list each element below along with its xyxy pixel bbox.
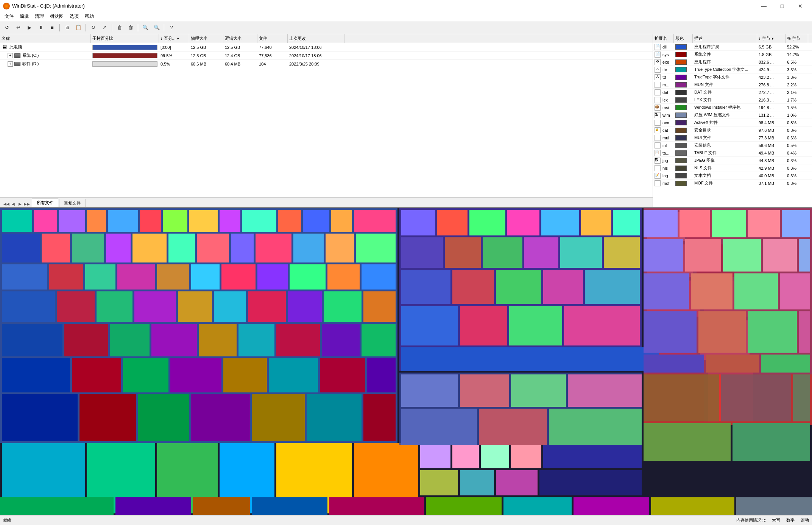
toolbar-delete1[interactable]: 🗑 xyxy=(114,23,125,33)
col-header-lastmod[interactable]: 上次更改 xyxy=(288,34,344,43)
svg-rect-125 xyxy=(644,273,689,309)
color-swatch xyxy=(675,105,687,110)
nav-first[interactable]: ◀◀ xyxy=(3,200,10,207)
tab-duplicate-files[interactable]: 重复文件 xyxy=(59,199,86,207)
top-panel: 名称 子树百分比 ↓ 百分... ▼ 物理大小 逻辑大小 文件 xyxy=(0,34,812,208)
list-item[interactable]: 🖼 .jpg JPEG 图像 44.8 MB 0.3% xyxy=(653,157,812,164)
list-item[interactable]: 🗜 .wim 好压 WIM 压缩文件 131.2 ... 1.0% xyxy=(653,111,812,119)
svg-rect-96 xyxy=(581,210,611,236)
expand-btn[interactable]: + xyxy=(8,53,13,58)
toolbar-pause[interactable]: ⏸ xyxy=(36,23,46,33)
svg-rect-146 xyxy=(793,374,810,421)
list-item[interactable]: .mui MUI 文件 77.3 MB 0.6% xyxy=(653,134,812,142)
list-item[interactable]: 📝 .log 文本文档 40.0 MB 0.3% xyxy=(653,172,812,180)
nav-last[interactable]: ▶▶ xyxy=(23,200,30,207)
list-item[interactable]: .m... MUN 文件 276.8 ... 2.2% xyxy=(653,81,812,89)
color-swatch xyxy=(675,75,687,80)
list-item[interactable]: .lex LEX 文件 216.3 ... 1.7% xyxy=(653,96,812,104)
svg-rect-131 xyxy=(748,311,797,353)
menu-options[interactable]: 选项 xyxy=(67,12,82,20)
menu-treemap[interactable]: 树状图 xyxy=(47,12,67,20)
list-item[interactable]: A .ttf TrueType 字体文件 423.2 ... 3.3% xyxy=(653,73,812,81)
col-header-subtree[interactable]: 子树百分比 xyxy=(91,34,159,43)
svg-rect-21 xyxy=(168,234,195,262)
list-item[interactable]: 🔒 .cat 安全目录 97.6 MB 0.8% xyxy=(653,127,812,134)
list-item[interactable]: ⚙ .exe 应用程序 832.6 ... 6.5% xyxy=(653,58,812,66)
toolbar-reload[interactable]: ↻ xyxy=(88,23,98,33)
toolbar-zoom-in[interactable]: 🔍 xyxy=(140,23,151,33)
toolbar-play[interactable]: ▶ xyxy=(24,23,35,33)
toolbar-stop[interactable]: ■ xyxy=(47,23,58,33)
svg-rect-166 xyxy=(496,470,538,495)
toolbar-copy[interactable]: 📋 xyxy=(73,23,84,33)
list-item[interactable]: .nls NLS 文件 42.9 MB 0.3% xyxy=(653,164,812,172)
close-button[interactable]: ✕ xyxy=(792,0,809,12)
toolbar-sep1 xyxy=(59,24,60,31)
svg-rect-113 xyxy=(401,347,659,371)
ext-icon: 📋 xyxy=(655,150,661,156)
nav-next[interactable]: ▶ xyxy=(17,200,23,207)
col-header-logsize[interactable]: 逻辑大小 xyxy=(223,34,257,43)
scroll-lock-indicator: 滚动 xyxy=(801,517,809,523)
list-item[interactable]: A .ttc TrueType Collection 字体文... 424.9 … xyxy=(653,66,812,73)
color-swatch xyxy=(675,181,687,186)
menu-edit[interactable]: 编辑 xyxy=(17,12,32,20)
menu-file[interactable]: 文件 xyxy=(2,12,17,20)
list-item[interactable]: 📦 .msi Windows Installer 程序包 194.8 ... 1… xyxy=(653,104,812,111)
svg-rect-30 xyxy=(85,264,115,290)
caps-lock-indicator: 大写 xyxy=(772,517,780,523)
col-header-physize[interactable]: 物理大小 xyxy=(189,34,223,43)
svg-rect-43 xyxy=(178,291,212,322)
maximize-button[interactable]: □ xyxy=(773,0,791,12)
ext-col-header-ext[interactable]: 扩展名 xyxy=(653,34,674,43)
col-header-percent[interactable]: ↓ 百分... ▼ xyxy=(159,34,189,43)
svg-rect-126 xyxy=(691,273,733,309)
toolbar-computer[interactable]: 🖥 xyxy=(62,23,72,33)
tab-all-files[interactable]: 所有文件 xyxy=(32,198,58,207)
list-item[interactable]: .mof MOF 文件 37.1 MB 0.3% xyxy=(653,180,812,187)
svg-rect-104 xyxy=(401,270,450,304)
table-row[interactable]: + 软件 (D:) 0.5% 60.6 MB 60.4 MB 104 2022/… xyxy=(0,60,653,68)
list-item[interactable]: 📄 .sys 系统文件 1.8 GB 14.7% xyxy=(653,51,812,58)
svg-rect-167 xyxy=(539,470,642,495)
list-item[interactable]: .inf 安装信息 58.6 MB 0.5% xyxy=(653,142,812,149)
treemap-area[interactable] xyxy=(0,208,812,515)
ext-col-header-bytes[interactable]: ↓ 字节 ▼ xyxy=(757,34,786,43)
list-item[interactable]: .dat DAT 文件 272.7 ... 2.1% xyxy=(653,89,812,96)
ext-col-header-color[interactable]: 颜色 xyxy=(674,34,693,43)
svg-rect-122 xyxy=(723,239,761,272)
svg-rect-93 xyxy=(469,210,505,236)
memory-usage: 内存使用情况: c xyxy=(736,517,766,523)
color-swatch xyxy=(675,173,687,178)
svg-rect-134 xyxy=(706,355,759,373)
bar-fill xyxy=(93,53,157,58)
ext-icon: 📄 xyxy=(655,52,661,58)
toolbar-delete2[interactable]: 🗑 xyxy=(125,23,136,33)
toolbar-export[interactable]: ↗ xyxy=(99,23,110,33)
ext-header: 扩展名 颜色 描述 ↓ 字节 ▼ % 字节 xyxy=(653,34,812,43)
toolbar-help[interactable]: ? xyxy=(166,23,177,33)
color-swatch xyxy=(675,59,687,65)
nav-prev[interactable]: ◀ xyxy=(10,200,17,207)
list-item[interactable]: 📋 .ta... TABLE 文件 49.4 MB 0.4% xyxy=(653,149,812,157)
toolbar-refresh[interactable]: ↺ xyxy=(2,23,12,33)
list-item[interactable]: 📄 .dll 应用程序扩展 6.5 GB 52.2% xyxy=(653,43,812,51)
ext-col-header-pct[interactable]: % 字节 xyxy=(786,34,808,43)
minimize-button[interactable]: — xyxy=(755,0,773,12)
table-row[interactable]: + 系统 (C:) 99.5% 12.5 GB 12.4 GB 77,536 2… xyxy=(0,52,653,60)
menu-help[interactable]: 帮助 xyxy=(82,12,97,20)
svg-rect-5 xyxy=(87,210,106,232)
ext-icon: ⚙ xyxy=(655,59,661,65)
toolbar-zoom-out[interactable]: 🔍 xyxy=(151,23,162,33)
list-item[interactable]: .ocx ActiveX 控件 98.4 MB 0.8% xyxy=(653,119,812,127)
ext-icon xyxy=(655,142,661,148)
menu-clean[interactable]: 清理 xyxy=(32,12,47,20)
bar-bg xyxy=(92,61,157,67)
tree-header: 名称 子树百分比 ↓ 百分... ▼ 物理大小 逻辑大小 文件 xyxy=(0,34,653,43)
ext-col-header-desc[interactable]: 描述 xyxy=(693,34,757,43)
expand-btn[interactable]: + xyxy=(8,61,13,67)
table-row[interactable]: 🖥 此电脑 [0:00] 12.5 GB 12.5 GB 77,640 2024… xyxy=(0,43,653,52)
col-header-name[interactable]: 名称 xyxy=(0,34,91,43)
toolbar-back[interactable]: ↩ xyxy=(13,23,23,33)
col-header-files[interactable]: 文件 xyxy=(257,34,288,43)
